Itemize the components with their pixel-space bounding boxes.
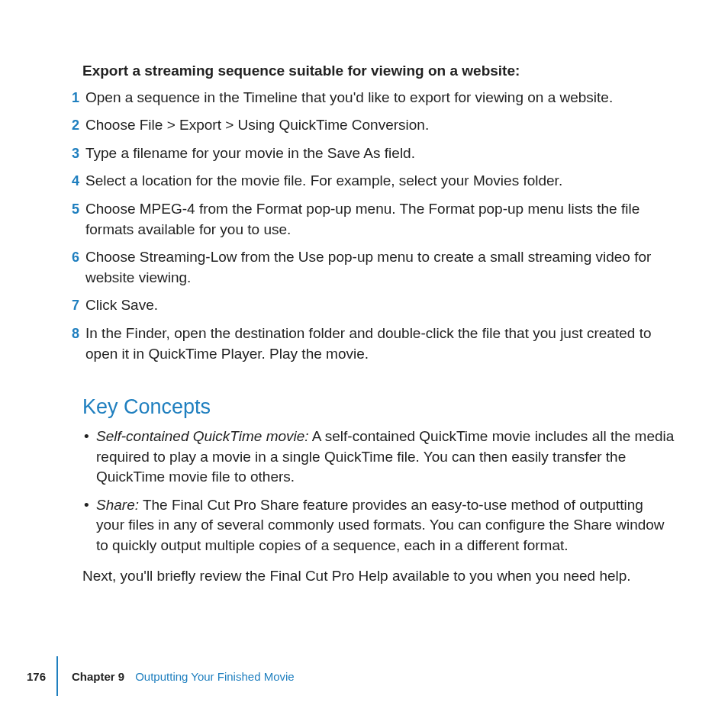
document-page: Export a streaming sequence suitable for… xyxy=(0,0,728,728)
closing-paragraph: Next, you'll briefly review the Final Cu… xyxy=(82,566,675,587)
concept-item: Share: The Final Cut Pro Share feature p… xyxy=(82,495,675,556)
page-footer: 176 Chapter 9 Outputting Your Finished M… xyxy=(0,656,295,696)
step-item: 3Type a filename for your movie in the S… xyxy=(82,143,675,164)
step-number: 1 xyxy=(61,88,79,108)
section-heading: Key Concepts xyxy=(82,393,675,422)
concept-term: Self-contained QuickTime movie: xyxy=(96,428,309,444)
step-text: Click Save. xyxy=(85,295,675,316)
step-text: In the Finder, open the destination fold… xyxy=(85,324,675,364)
task-heading: Export a streaming sequence suitable for… xyxy=(82,61,675,82)
step-text: Choose File > Export > Using QuickTime C… xyxy=(85,115,675,136)
step-item: 5Choose MPEG-4 from the Format pop-up me… xyxy=(82,199,675,240)
chapter-label: Chapter 9 xyxy=(72,668,124,685)
step-number: 5 xyxy=(61,199,79,219)
step-number: 2 xyxy=(61,115,79,135)
concept-desc: The Final Cut Pro Share feature provides… xyxy=(96,497,665,553)
concept-term: Share: xyxy=(96,497,139,513)
chapter-title: Outputting Your Finished Movie xyxy=(135,668,294,685)
step-number: 6 xyxy=(61,247,79,267)
step-text: Choose Streaming-Low from the Use pop-up… xyxy=(85,247,675,288)
page-number: 176 xyxy=(0,668,56,685)
step-text: Open a sequence in the Timeline that you… xyxy=(85,88,675,108)
step-item: 7Click Save. xyxy=(82,295,675,316)
step-number: 8 xyxy=(61,324,79,343)
step-number: 4 xyxy=(61,171,79,191)
step-text: Choose MPEG-4 from the Format pop-up men… xyxy=(85,199,675,240)
step-item: 2Choose File > Export > Using QuickTime … xyxy=(82,115,675,136)
footer-divider xyxy=(56,656,58,696)
step-item: 6Choose Streaming-Low from the Use pop-u… xyxy=(82,247,675,288)
step-item: 1Open a sequence in the Timeline that yo… xyxy=(82,88,675,108)
concept-item: Self-contained QuickTime movie: A self-c… xyxy=(82,427,675,488)
step-text: Type a filename for your movie in the Sa… xyxy=(85,143,675,164)
concepts-list: Self-contained QuickTime movie: A self-c… xyxy=(82,427,675,556)
step-number: 7 xyxy=(61,295,79,315)
step-item: 8In the Finder, open the destination fol… xyxy=(82,324,675,364)
step-item: 4Select a location for the movie file. F… xyxy=(82,171,675,192)
step-number: 3 xyxy=(61,143,79,163)
step-text: Select a location for the movie file. Fo… xyxy=(85,171,675,192)
steps-list: 1Open a sequence in the Timeline that yo… xyxy=(82,88,675,365)
